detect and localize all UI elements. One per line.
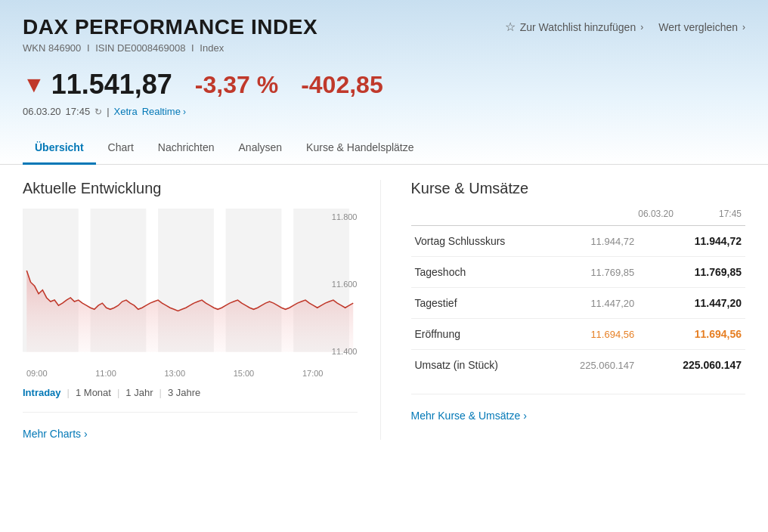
tab-kurse-handelsplaetze[interactable]: Kurse & Handelsplätze: [294, 132, 426, 165]
aktuelle-entwicklung-title: Aktuelle Entwicklung: [23, 180, 358, 197]
price-change-abs: -402,85: [301, 71, 383, 99]
row-label: Eröffnung: [411, 319, 550, 350]
more-kurse-link[interactable]: Mehr Kurse & Umsätze ›: [411, 410, 746, 422]
compare-label: Wert vergleichen: [658, 21, 738, 33]
table-row: Tageshoch 11.769,85 11.769,85: [411, 257, 746, 288]
row-val1: 11.694,56: [550, 319, 639, 350]
tabs-bar: Übersicht Chart Nachrichten Analysen Kur…: [0, 132, 768, 165]
isin: ISIN DE0008469008: [95, 42, 185, 54]
refresh-icon[interactable]: ↻: [94, 107, 102, 117]
kurse-table: Vortag Schlusskurs 11.944,72 11.944,72 T…: [411, 225, 746, 380]
range-1monat[interactable]: 1 Monat: [76, 387, 111, 398]
tab-chart[interactable]: Chart: [96, 132, 146, 165]
chevron-right-icon3: ›: [183, 107, 186, 117]
subtitle: WKN 846900 I ISIN DE0008469008 I Index: [23, 42, 745, 54]
row-val2: 11.769,85: [638, 257, 745, 288]
row-label: Vortag Schlusskurs: [411, 226, 550, 257]
col2-header: 17:45: [719, 209, 742, 219]
more-kurse-label: Mehr Kurse & Umsätze: [411, 410, 521, 422]
more-charts-link[interactable]: Mehr Charts ›: [23, 428, 358, 440]
wkn: WKN 846900: [23, 42, 81, 54]
price-arrow-down: ▼: [23, 72, 45, 97]
left-panel: Aktuelle Entwicklung: [23, 180, 381, 440]
chevron-right-icon5: ›: [523, 410, 527, 422]
star-icon: ☆: [505, 20, 516, 34]
time-range-selector: Intraday | 1 Monat | 1 Jahr | 3 Jahre: [23, 387, 358, 398]
row-val2: 225.060.147: [638, 350, 745, 381]
chevron-right-icon2: ›: [742, 22, 745, 32]
row-val2: 11.944,72: [638, 226, 745, 257]
tab-nachrichten[interactable]: Nachrichten: [146, 132, 227, 165]
price-display: ▼ 11.541,87: [23, 69, 172, 101]
col1-header: 06.03.20: [638, 209, 674, 219]
compare-button[interactable]: Wert vergleichen ›: [658, 21, 745, 33]
table-row: Tagestief 11.447,20 11.447,20: [411, 288, 746, 319]
watchlist-label: Zur Watchlist hinzufügen: [520, 21, 636, 33]
chevron-right-icon4: ›: [84, 428, 88, 440]
price-meta: 06.03.20 17:45 ↻ | Xetra Realtime ›: [0, 104, 768, 125]
price-date: 06.03.20: [23, 106, 61, 117]
sep2: I: [191, 42, 194, 54]
intraday-chart: 11.800 11.600 11.400: [23, 209, 358, 360]
row-label: Tagestief: [411, 288, 550, 319]
tab-analysen[interactable]: Analysen: [227, 132, 295, 165]
index-type: Index: [200, 42, 224, 54]
right-panel: Kurse & Umsätze 06.03.20 17:45 Vortag Sc…: [381, 180, 746, 440]
chart-x-labels: 09:00 11:00 13:00 15:00 17:00: [23, 369, 358, 378]
kurse-table-header: 06.03.20 17:45: [411, 209, 746, 219]
row-val1: 225.060.147: [550, 350, 639, 381]
realtime-link[interactable]: Realtime ›: [142, 106, 186, 117]
range-intraday[interactable]: Intraday: [23, 387, 61, 398]
range-1jahr[interactable]: 1 Jahr: [125, 387, 153, 398]
row-label: Umsatz (in Stück): [411, 350, 550, 381]
exchange-link[interactable]: Xetra: [114, 106, 138, 117]
kurse-umsaetze-title: Kurse & Umsätze: [411, 180, 746, 197]
chevron-right-icon: ›: [640, 22, 643, 32]
tab-uebersicht[interactable]: Übersicht: [23, 132, 96, 165]
chart-y-labels: 11.800 11.600 11.400: [332, 209, 358, 360]
table-row: Umsatz (in Stück) 225.060.147 225.060.14…: [411, 350, 746, 381]
sep1: I: [87, 42, 90, 54]
range-3jahre[interactable]: 3 Jahre: [168, 387, 200, 398]
row-val1: 11.447,20: [550, 288, 639, 319]
table-row: Eröffnung 11.694,56 11.694,56: [411, 319, 746, 350]
row-val2: 11.694,56: [638, 319, 745, 350]
row-val1: 11.769,85: [550, 257, 639, 288]
row-val1: 11.944,72: [550, 226, 639, 257]
row-label: Tageshoch: [411, 257, 550, 288]
more-charts-label: Mehr Charts: [23, 428, 81, 440]
row-val2: 11.447,20: [638, 288, 745, 319]
current-price: 11.541,87: [51, 69, 172, 101]
table-row: Vortag Schlusskurs 11.944,72 11.944,72: [411, 226, 746, 257]
price-time: 17:45: [66, 106, 91, 117]
watchlist-button[interactable]: ☆ Zur Watchlist hinzufügen ›: [505, 20, 644, 34]
price-change-pct: -3,37 %: [195, 71, 278, 99]
index-title: DAX PERFORMANCE INDEX: [23, 15, 317, 39]
